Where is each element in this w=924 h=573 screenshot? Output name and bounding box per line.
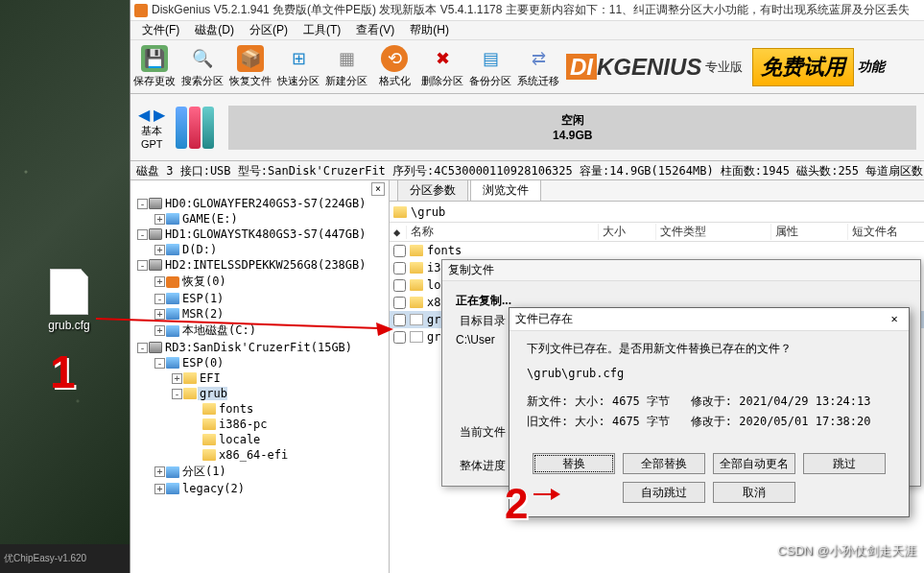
col-size[interactable]: 大小 [599,224,656,240]
row-checkbox[interactable] [393,314,406,326]
auto-skip-button[interactable]: 自动跳过 [623,482,705,503]
auto-rename-all-button[interactable]: 全部自动更名 [713,453,795,474]
row-checkbox[interactable] [393,279,406,292]
tree-node[interactable]: +legacy(2) [132,481,387,496]
row-checkbox[interactable] [393,297,406,309]
tree-node[interactable]: -ESP(1) [132,291,387,306]
tool-backup-partition[interactable]: ▤备份分区 [466,41,514,93]
expand-collapse-icon[interactable]: + [154,214,165,225]
free-label: 空闲 [561,112,584,129]
tree-label: HD2:INTELSSDPEKKW256G8(238GB) [163,258,367,272]
skip-button[interactable]: 跳过 [803,453,886,474]
tree-node[interactable]: +本地磁盘(C:) [132,322,387,340]
expand-collapse-icon[interactable]: + [154,276,165,287]
list-item[interactable]: fonts [390,242,924,259]
row-checkbox[interactable] [393,331,406,344]
expand-collapse-icon[interactable]: + [172,373,182,384]
tree-node[interactable]: -ESP(0) [132,355,387,370]
col-attr[interactable]: 属性 [771,224,848,240]
tree-label: HD1:GLOWAYSTK480GS3-S7(447GB) [163,227,367,241]
col-short[interactable]: 短文件名 [848,224,924,240]
tree-node[interactable]: +MSR(2) [132,306,387,322]
menu-tools[interactable]: 工具(T) [296,20,348,40]
expand-collapse-icon[interactable]: - [154,294,165,304]
annotation-1: 1 [50,346,76,398]
tree-node[interactable]: x86_64-efi [132,447,387,463]
close-icon[interactable]: ✕ [886,312,903,327]
expand-collapse-icon[interactable]: - [154,358,165,369]
cylinder-icon [189,107,201,149]
tree-close-icon[interactable]: × [371,182,385,196]
drive-icon [166,213,179,225]
nav-buttons[interactable]: ◀ ▶ 基本 GPT [138,106,165,150]
tree-label: x86_64-efi [217,448,288,462]
folder-icon [410,297,423,308]
tool-format[interactable]: ⟲格式化 [370,41,418,93]
watermark: CSDN @小孙仗剑走天涯 [777,542,916,560]
current-file-label: 当前文件 [456,424,506,441]
expand-collapse-icon[interactable]: - [137,260,148,271]
tree-node[interactable]: +EFI [132,370,387,386]
tool-quick-partition[interactable]: ⊞快速分区 [274,41,322,93]
disk-info-line: 磁盘 3 接口:USB 型号:SanDisk'CruzerFit 序列号:4C5… [130,161,924,180]
row-checkbox[interactable] [393,262,406,275]
tree-node[interactable]: -RD3:SanDisk'CruzerFit(15GB) [132,340,387,355]
expand-collapse-icon[interactable]: + [154,309,165,320]
tree-label: i386-pc [217,418,268,431]
tool-migrate[interactable]: ⇄系统迁移 [514,41,562,93]
file-name: fonts [427,244,462,257]
tool-save[interactable]: 💾保存更改 [130,41,178,93]
expand-collapse-icon[interactable]: - [172,389,182,399]
tree-node[interactable]: -HD1:GLOWAYSTK480GS3-S7(447GB) [132,227,387,242]
tree-node[interactable]: -grub [132,386,387,401]
logo-d: DI [566,54,597,80]
tab-browse-files[interactable]: 浏览文件 [470,180,541,201]
tree-node[interactable]: fonts [132,401,387,417]
row-checkbox[interactable] [393,245,406,257]
drive-icon [166,483,179,494]
tree-node[interactable]: i386-pc [132,417,387,432]
free-space-bar[interactable]: 空闲 14.9GB [228,106,916,150]
folder-icon [393,206,407,218]
tree-node[interactable]: +D(D:) [132,242,387,257]
expand-collapse-icon[interactable]: + [154,325,165,336]
col-type[interactable]: 文件类型 [656,224,771,240]
disk-icon [149,198,162,209]
tree-node[interactable]: -HD2:INTELSSDPEKKW256G8(238GB) [132,257,387,273]
tree-node[interactable]: locale [132,432,387,447]
tool-new-partition[interactable]: ▦新建分区 [322,41,370,93]
menu-disk[interactable]: 磁盘(D) [187,20,242,40]
expand-collapse-icon[interactable]: - [137,199,148,209]
folder-icon [202,449,216,461]
expand-collapse-icon[interactable]: - [137,343,148,353]
col-name[interactable]: 名称 [407,224,599,240]
tree-panel: × -HD0:GLOWAYFER240GS3-S7(224GB)+GAME(E:… [130,180,390,573]
tool-recover-file[interactable]: 📦恢复文件 [226,41,274,93]
tool-search-partition[interactable]: 🔍搜索分区 [178,41,226,93]
tool-delete-partition[interactable]: ✖删除分区 [418,41,466,93]
cancel-button[interactable]: 取消 [713,482,795,503]
taskbar-item[interactable]: 优ChipEasy-v1.620 [0,544,130,573]
tree-node[interactable]: +GAME(E:) [132,211,387,227]
replace-all-button[interactable]: 全部替换 [623,453,705,474]
expand-collapse-icon[interactable]: + [154,466,165,477]
desktop-background: grub.cfg 优ChipEasy-v1.620 [0,0,130,573]
tab-partition-params[interactable]: 分区参数 [397,180,468,201]
tree-node[interactable]: -HD0:GLOWAYFER240GS3-S7(224GB) [132,196,387,211]
expand-collapse-icon[interactable]: + [154,245,165,255]
expand-collapse-icon[interactable]: + [154,484,165,494]
menu-partition[interactable]: 分区(P) [242,20,296,40]
menu-file[interactable]: 文件(F) [134,20,187,40]
tree-node[interactable]: +分区(1) [132,463,387,481]
drive-icon [166,293,179,304]
expand-collapse-icon[interactable]: - [137,229,148,240]
menu-help[interactable]: 帮助(H) [402,20,457,40]
menu-view[interactable]: 查看(V) [348,20,402,40]
desktop-file-grub-cfg[interactable]: grub.cfg [46,269,92,332]
col-icon[interactable]: ◆ [390,226,407,239]
replace-button[interactable]: 替换 [533,453,615,474]
file-icon [410,314,423,325]
cylinder-icon [176,107,187,149]
tree-node[interactable]: +恢复(0) [132,273,387,291]
path-bar: \grub [390,202,924,223]
